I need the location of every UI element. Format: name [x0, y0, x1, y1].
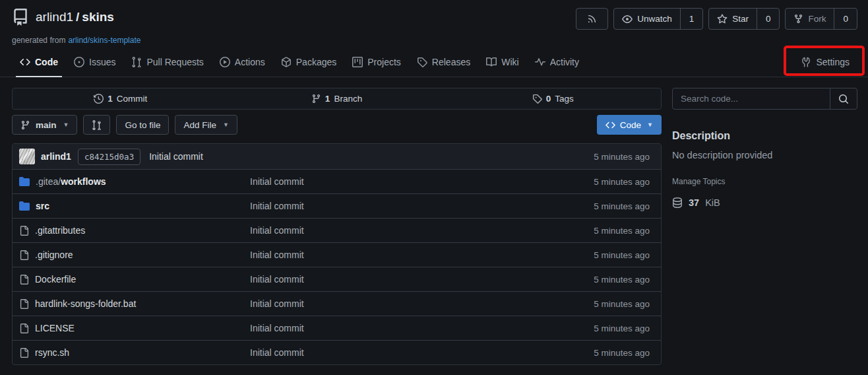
file-icon — [19, 299, 29, 309]
file-commit-message[interactable]: Initial commit — [250, 298, 304, 309]
pull-request-icon — [131, 57, 142, 67]
file-row[interactable]: LICENSE Initial commit 5 minutes ago — [13, 316, 661, 340]
branch-icon — [311, 94, 321, 104]
repo-page: arlind1/skins generated fromarlind/skins… — [0, 0, 868, 375]
search-button[interactable] — [830, 88, 857, 109]
template-repo-link[interactable]: arlind/skins-template — [68, 36, 140, 45]
file-commit-message[interactable]: Initial commit — [250, 323, 304, 333]
file-commit-message[interactable]: Initial commit — [250, 176, 304, 187]
file-row[interactable]: .gitignore Initial commit 5 minutes ago — [13, 242, 661, 267]
file-icon — [19, 348, 29, 358]
stars-count[interactable]: 0 — [757, 9, 780, 29]
sidebar: Description No description provided Mana… — [672, 88, 857, 208]
file-table-body: .gitea/workflows Initial commit 5 minute… — [13, 169, 661, 364]
settings-tools-icon — [801, 57, 811, 67]
unwatch-button[interactable]: Unwatch — [614, 9, 680, 29]
file-name[interactable]: Dockerfile — [35, 274, 76, 285]
tab-packages[interactable]: Packages — [273, 47, 344, 77]
file-time: 5 minutes ago — [594, 226, 654, 236]
tab-issues[interactable]: Issues — [66, 47, 123, 77]
file-commit-message[interactable]: Initial commit — [250, 347, 304, 358]
tab-projects[interactable]: Projects — [344, 47, 409, 77]
watchers-count[interactable]: 1 — [680, 9, 703, 29]
repo-book-icon — [12, 9, 29, 26]
file-name[interactable]: rsync.sh — [35, 347, 69, 358]
tab-settings[interactable]: Settings — [793, 47, 857, 77]
star-button[interactable]: Star — [709, 9, 757, 29]
file-row[interactable]: src Initial commit 5 minutes ago — [13, 193, 661, 218]
compare-button[interactable] — [83, 115, 110, 135]
repo-stats-bar: 1 Commit 1 Branch 0 Tags — [12, 88, 662, 110]
avatar[interactable] — [19, 149, 35, 164]
tab-label: Pull Requests — [146, 57, 203, 67]
file-row[interactable]: .gitea/workflows Initial commit 5 minute… — [13, 169, 661, 193]
file-row[interactable]: Dockerfile Initial commit 5 minutes ago — [13, 267, 661, 291]
file-name[interactable]: LICENSE — [35, 323, 75, 333]
star-button-group: Star 0 — [708, 8, 780, 30]
file-row[interactable]: .gitattributes Initial commit 5 minutes … — [13, 218, 661, 242]
issues-icon — [74, 57, 84, 67]
commit-message-link[interactable]: Initial commit — [149, 151, 203, 162]
file-time: 5 minutes ago — [594, 348, 654, 358]
book-icon — [486, 57, 497, 67]
file-name[interactable]: .gitignore — [35, 250, 73, 260]
tab-actions[interactable]: Actions — [212, 47, 273, 77]
commits-stat[interactable]: 1 Commit — [13, 88, 229, 109]
main-content: 1 Commit 1 Branch 0 Tags main ▼ — [12, 88, 662, 365]
file-time: 5 minutes ago — [594, 324, 654, 333]
file-commit-message[interactable]: Initial commit — [250, 201, 304, 211]
commit-hash[interactable]: c84215d0a3 — [78, 149, 140, 165]
unwatch-label: Unwatch — [637, 14, 672, 24]
commit-count-label: Commit — [117, 94, 148, 104]
file-row[interactable]: rsync.sh Initial commit 5 minutes ago — [13, 340, 661, 364]
caret-down-icon: ▼ — [63, 121, 69, 128]
history-icon — [94, 94, 104, 104]
file-name[interactable]: hardlink-songs-folder.bat — [35, 298, 136, 309]
search-input[interactable] — [673, 88, 830, 109]
file-commit-message[interactable]: Initial commit — [250, 274, 304, 285]
fork-label: Fork — [808, 14, 826, 24]
tab-releases[interactable]: Releases — [409, 47, 478, 77]
file-commit-message[interactable]: Initial commit — [250, 250, 304, 260]
repo-owner-link[interactable]: arlind1 — [36, 10, 73, 24]
manage-topics-link[interactable]: Manage Topics — [672, 177, 857, 186]
commit-author-link[interactable]: arlind1 — [41, 151, 71, 162]
title-separator: / — [76, 10, 79, 24]
tab-activity[interactable]: Activity — [527, 47, 587, 77]
tab-label: Settings — [816, 57, 850, 67]
tab-label: Code — [35, 57, 58, 67]
file-name[interactable]: .gitattributes — [35, 225, 85, 236]
branches-stat[interactable]: 1 Branch — [229, 88, 445, 109]
file-name[interactable]: src — [36, 201, 49, 211]
tag-count: 0 — [546, 94, 551, 104]
current-branch: main — [36, 120, 57, 130]
rss-button[interactable] — [576, 8, 608, 30]
fork-button[interactable]: Fork — [786, 9, 834, 29]
repo-name-link[interactable]: skins — [82, 10, 114, 24]
code-download-button[interactable]: Code ▼ — [597, 115, 662, 135]
add-file-button[interactable]: Add File ▼ — [175, 115, 237, 135]
tags-stat[interactable]: 0 Tags — [445, 88, 661, 109]
tag-icon — [417, 57, 427, 67]
tab-label: Activity — [550, 57, 579, 67]
folder-icon — [19, 176, 30, 187]
folder-icon — [19, 201, 30, 211]
forks-count[interactable]: 0 — [834, 9, 857, 29]
branch-selector[interactable]: main ▼ — [12, 115, 77, 135]
tab-pull-requests[interactable]: Pull Requests — [123, 47, 211, 77]
generated-from-label: generated from — [12, 36, 65, 45]
tab-label: Releases — [432, 57, 470, 67]
code-search — [672, 88, 857, 110]
go-to-file-button[interactable]: Go to file — [116, 115, 169, 135]
file-name[interactable]: workflows — [61, 176, 106, 187]
branch-icon — [20, 120, 30, 130]
database-icon — [672, 197, 683, 208]
repo-toolbar: main ▼ Go to file Add File ▼ Code ▼ — [12, 115, 662, 135]
tab-code[interactable]: Code — [12, 47, 66, 77]
tab-wiki[interactable]: Wiki — [478, 47, 526, 77]
file-row[interactable]: hardlink-songs-folder.bat Initial commit… — [13, 291, 661, 316]
file-icon — [19, 324, 29, 333]
star-label: Star — [732, 14, 749, 24]
file-commit-message[interactable]: Initial commit — [250, 225, 304, 236]
rss-icon — [587, 14, 597, 24]
